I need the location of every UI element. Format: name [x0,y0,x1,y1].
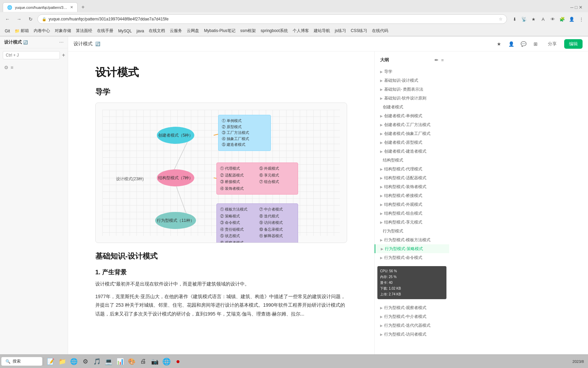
share-button[interactable]: 分享 [543,39,561,49]
taskbar-icon-5[interactable]: 🎵 [92,356,102,367]
outline-item-behav-iterator[interactable]: ▶ 行为型模式-迭代代器模式 [375,321,449,330]
back-button[interactable]: ← [3,14,12,24]
refresh-doc-icon[interactable]: 🔄 [95,42,100,46]
bookmark-storage[interactable]: 对象存储 [53,27,73,34]
taskbar-icon-3[interactable]: 🌐 [68,356,79,367]
outline-item-1[interactable]: ▶ 基础知识-设计模式 [375,76,449,85]
read-icon[interactable]: 👁 [549,15,557,23]
taskbar-icon-6[interactable]: 💻 [103,356,114,367]
taskbar-icon-11[interactable]: ● [173,356,183,367]
outline-item-3[interactable]: ▶ 基础知识-软件设计原则 [375,94,449,103]
outline-edit-icon[interactable]: ✏ [435,58,438,63]
taskbar-icon-chrome[interactable]: 🌐 [161,356,172,367]
outline-item-creator-singleton[interactable]: ▶ 创建者模式-单例模式 [375,111,449,120]
outline-item-struct-proxy[interactable]: ▶ 结构型模式-代理模式 [375,165,449,173]
bookmark-css[interactable]: CSS练习 [349,27,370,34]
translate-icon[interactable]: A [539,15,547,23]
outline-item-creator-abstract[interactable]: ▶ 创建者模式-抽象工厂模式 [375,129,449,138]
taskbar-icon-8[interactable]: 🎨 [126,356,137,367]
struct-item-2: ⑤ 外观模式 [259,166,294,172]
extensions-icon[interactable]: 🧩 [558,15,566,23]
outline-item-behav-template[interactable]: ▶ 行为型模式-模板方法模式 [375,235,449,244]
outline-item-behavioral[interactable]: 行为型模式 [375,227,449,235]
bookmark-star-icon[interactable]: ☆ [499,17,503,21]
bookmark-nj[interactable]: 内卷中心 [32,27,52,34]
outline-item-behav-command[interactable]: ▶ 行为型模式-命令模式 [375,253,449,262]
bookmark-clouddisk[interactable]: 云网盘 [185,27,201,34]
new-tab-button[interactable]: + [79,3,87,11]
sidebar-title: 设计模式 🔄 [4,39,28,45]
outline-item-0[interactable]: ▶ 导学 [375,67,449,76]
outline-item-struct-decorator[interactable]: ▶ 结构型模式-装饰者模式 [375,182,449,191]
sidebar-more-button[interactable]: ··· [59,39,64,45]
sidebar-search-input[interactable] [3,51,60,59]
reload-button[interactable]: ↻ [26,14,35,24]
header-grid-button[interactable]: ⊞ [531,39,540,49]
bookmark-mybatis[interactable]: Mybatis-Plus笔记 [202,27,238,34]
bookmark-java[interactable]: java [134,28,146,34]
header-profile-button[interactable]: 👤 [506,39,516,49]
settings-icon[interactable]: ⚙ [4,65,9,70]
address-bar[interactable]: 🔒 yuque.com/huanfqc/pattern/301a19970448… [37,14,507,24]
outline-item-behav-strategy[interactable]: ▶ 行为型模式-策略模式 [375,244,449,253]
struct-item-3: ② 适配器模式 [220,172,255,179]
bookmark-algo[interactable]: 算法面经 [74,27,94,34]
bookmark-online-doc[interactable]: 在线文档 [147,27,167,34]
bookmark-mail[interactable]: 📁邮箱 [13,27,31,34]
header-comment-button[interactable]: 💬 [519,39,528,49]
download-icon[interactable]: ⬇ [510,15,519,23]
outline-item-struct-composite[interactable]: ▶ 结构型模式-组合模式 [375,209,449,218]
outline-item-creator[interactable]: 创建者模式 [375,103,449,111]
outline-item-struct-bridge[interactable]: ▶ 结构型模式-桥接模式 [375,191,449,200]
window-close-icon[interactable]: ✕ [579,5,583,10]
outline-item-creator-factory[interactable]: ▶ 创建者模式-工厂方法模式 [375,120,449,129]
outline-item-struct-flyweight[interactable]: ▶ 结构型模式-享元模式 [375,218,449,227]
favorites-icon[interactable]: ★ [529,15,538,23]
sidebar-add-button[interactable]: + [62,51,65,59]
outline-item-struct-facade[interactable]: ▶ 结构型模式-外观模式 [375,200,449,209]
active-tab[interactable]: 🌐 yuque.com/huanfqc/pattern/301a19970448… [3,2,78,12]
outline-list-icon[interactable]: ≡ [441,58,444,63]
more-icon[interactable]: ⋮ [577,15,585,23]
behav-item-1: ① 模板方法模式 [220,206,255,213]
bookmark-js[interactable]: js练习 [333,27,348,34]
outline-item-behav-mediator[interactable]: ▶ 行为型模式-中介者模式 [375,312,449,321]
search-label: 搜索 [13,358,21,364]
outline-item-creator-builder[interactable]: ▶ 创建者模式-建造者模式 [375,147,449,156]
outline-item-creator-prototype[interactable]: ▶ 创建者模式-原型模式 [375,138,449,147]
outline-item-behav-visitor[interactable]: ▶ 行为型模式-访问者模式 [375,330,449,339]
outline-item-structural[interactable]: 结构型模式 [375,156,449,165]
profile-icon[interactable]: 👤 [568,15,576,23]
forward-button[interactable]: → [14,14,24,24]
list-icon[interactable]: ≡ [11,65,13,70]
taskbar-icon-1[interactable]: 📝 [45,356,56,367]
window-maximize-icon[interactable]: □ [575,5,577,10]
bookmark-blog[interactable]: 个人博客 [291,27,311,34]
window-minimize-icon[interactable]: ─ [570,5,573,10]
edit-button[interactable]: 编辑 [564,39,583,49]
taskbar-icon-9[interactable]: 🖨 [138,356,149,367]
outline-item-2[interactable]: ▶ 基础知识- 类图表示法 [375,85,449,94]
taskbar-icon-7[interactable]: 📊 [115,356,126,367]
header-bookmark-button[interactable]: ★ [494,39,504,49]
taskbar-icon-10[interactable]: 📷 [149,356,160,367]
bookmark-cloud[interactable]: 云服务 [168,27,184,34]
taskbar-icon-2[interactable]: 📁 [57,356,68,367]
taskbar-search[interactable]: 🔍 搜索 [1,357,42,366]
outline-item-struct-adapter[interactable]: ▶ 结构型模式-适配器模式 [375,173,449,182]
taskbar-icon-4[interactable]: ⚙ [80,356,91,367]
outline-item-behav-observer[interactable]: ▶ 行为型模式-观察者模式 [375,303,449,312]
outline-chevron-21: ▶ [380,323,383,328]
bookmark-git[interactable]: Git [3,28,12,34]
bookmark-mysql[interactable]: MySQL [116,28,134,34]
tab-close-button[interactable]: ✕ [70,5,73,10]
lock-icon: 🔒 [42,17,47,21]
bookmark-ssm[interactable]: ssm框架 [238,27,258,34]
bookmark-site[interactable]: 建站导航 [312,27,332,34]
bookmark-manual[interactable]: 在线手册 [95,27,115,34]
behav-item-6: ⑨ 访问者模式 [259,220,294,226]
bookmark-springboot[interactable]: springboot系统 [259,27,290,34]
bookmark-code[interactable]: 在线代码 [370,27,390,34]
sidebar-search-row: + [0,48,68,62]
cast-icon[interactable]: 📡 [520,15,528,23]
